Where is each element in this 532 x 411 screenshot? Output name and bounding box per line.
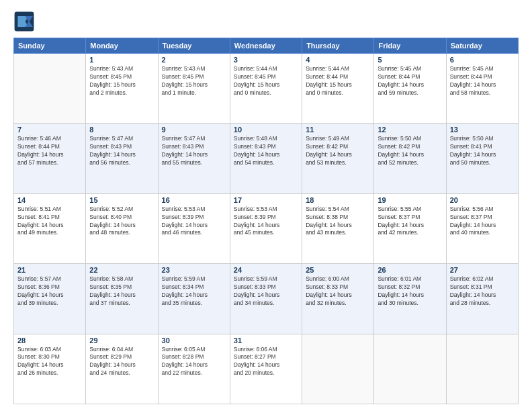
calendar-header-cell: Saturday [446, 38, 518, 54]
calendar-day-cell: 26Sunrise: 6:01 AM Sunset: 8:32 PM Dayli… [374, 264, 446, 334]
calendar-header-cell: Wednesday [230, 38, 302, 54]
day-info: Sunrise: 5:53 AM Sunset: 8:39 PM Dayligh… [162, 205, 226, 238]
calendar-day-cell: 4Sunrise: 5:44 AM Sunset: 8:44 PM Daylig… [302, 54, 374, 124]
header [13, 11, 519, 32]
calendar-day-cell: 6Sunrise: 5:45 AM Sunset: 8:44 PM Daylig… [446, 54, 518, 124]
day-number: 30 [162, 336, 226, 345]
logo [13, 11, 38, 32]
calendar-week-row: 1Sunrise: 5:43 AM Sunset: 8:45 PM Daylig… [14, 54, 519, 124]
calendar-header-cell: Sunday [14, 38, 86, 54]
day-info: Sunrise: 5:59 AM Sunset: 8:33 PM Dayligh… [234, 275, 298, 308]
calendar-day-cell: 25Sunrise: 6:00 AM Sunset: 8:33 PM Dayli… [302, 264, 374, 334]
calendar-day-cell: 16Sunrise: 5:53 AM Sunset: 8:39 PM Dayli… [158, 193, 230, 263]
day-info: Sunrise: 5:43 AM Sunset: 8:45 PM Dayligh… [162, 65, 226, 97]
day-info: Sunrise: 5:54 AM Sunset: 8:38 PM Dayligh… [306, 205, 370, 238]
calendar-day-cell: 28Sunrise: 6:03 AM Sunset: 8:30 PM Dayli… [14, 334, 86, 404]
calendar-day-cell: 22Sunrise: 5:58 AM Sunset: 8:35 PM Dayli… [86, 264, 158, 334]
day-info: Sunrise: 5:55 AM Sunset: 8:37 PM Dayligh… [378, 205, 442, 238]
day-info: Sunrise: 6:05 AM Sunset: 8:28 PM Dayligh… [162, 346, 226, 378]
day-info: Sunrise: 5:58 AM Sunset: 8:35 PM Dayligh… [89, 275, 154, 308]
day-info: Sunrise: 5:49 AM Sunset: 8:42 PM Dayligh… [306, 135, 370, 167]
day-number: 9 [162, 126, 226, 134]
day-info: Sunrise: 5:56 AM Sunset: 8:37 PM Dayligh… [450, 205, 515, 238]
calendar-day-cell: 11Sunrise: 5:49 AM Sunset: 8:42 PM Dayli… [302, 124, 374, 193]
calendar-week-row: 28Sunrise: 6:03 AM Sunset: 8:30 PM Dayli… [14, 334, 519, 404]
day-number: 7 [17, 126, 82, 134]
calendar-day-cell: 19Sunrise: 5:55 AM Sunset: 8:37 PM Dayli… [374, 193, 446, 263]
day-info: Sunrise: 5:47 AM Sunset: 8:43 PM Dayligh… [162, 135, 226, 167]
day-info: Sunrise: 5:44 AM Sunset: 8:45 PM Dayligh… [234, 65, 298, 97]
calendar-week-row: 21Sunrise: 5:57 AM Sunset: 8:36 PM Dayli… [14, 264, 519, 334]
page: SundayMondayTuesdayWednesdayThursdayFrid… [0, 0, 532, 411]
day-number: 29 [89, 336, 154, 345]
day-number: 31 [234, 336, 298, 345]
day-number: 25 [306, 266, 370, 274]
day-info: Sunrise: 5:45 AM Sunset: 8:44 PM Dayligh… [378, 65, 442, 97]
day-info: Sunrise: 5:59 AM Sunset: 8:34 PM Dayligh… [162, 275, 226, 308]
day-number: 28 [17, 336, 82, 345]
calendar-day-cell: 14Sunrise: 5:51 AM Sunset: 8:41 PM Dayli… [14, 193, 86, 263]
day-info: Sunrise: 5:43 AM Sunset: 8:45 PM Dayligh… [89, 65, 154, 97]
calendar-day-cell [374, 334, 446, 404]
day-number: 16 [162, 196, 226, 204]
calendar-day-cell: 3Sunrise: 5:44 AM Sunset: 8:45 PM Daylig… [230, 54, 302, 124]
day-number: 10 [234, 126, 298, 134]
calendar-week-row: 7Sunrise: 5:46 AM Sunset: 8:44 PM Daylig… [14, 124, 519, 193]
day-info: Sunrise: 6:03 AM Sunset: 8:30 PM Dayligh… [17, 346, 82, 378]
calendar-day-cell: 24Sunrise: 5:59 AM Sunset: 8:33 PM Dayli… [230, 264, 302, 334]
day-info: Sunrise: 6:00 AM Sunset: 8:33 PM Dayligh… [306, 275, 370, 308]
calendar-day-cell: 10Sunrise: 5:48 AM Sunset: 8:43 PM Dayli… [230, 124, 302, 193]
calendar-day-cell [446, 334, 518, 404]
calendar-header-cell: Thursday [302, 38, 374, 54]
day-info: Sunrise: 5:52 AM Sunset: 8:40 PM Dayligh… [89, 205, 154, 238]
day-number: 1 [89, 56, 154, 64]
calendar-day-cell: 13Sunrise: 5:50 AM Sunset: 8:41 PM Dayli… [446, 124, 518, 193]
calendar-day-cell [14, 54, 86, 124]
day-number: 6 [450, 56, 515, 64]
calendar-day-cell: 7Sunrise: 5:46 AM Sunset: 8:44 PM Daylig… [14, 124, 86, 193]
day-number: 12 [378, 126, 442, 134]
calendar-day-cell: 15Sunrise: 5:52 AM Sunset: 8:40 PM Dayli… [86, 193, 158, 263]
day-number: 19 [378, 196, 442, 204]
day-number: 26 [378, 266, 442, 274]
calendar-day-cell: 12Sunrise: 5:50 AM Sunset: 8:42 PM Dayli… [374, 124, 446, 193]
day-number: 13 [450, 126, 515, 134]
day-info: Sunrise: 5:44 AM Sunset: 8:44 PM Dayligh… [306, 65, 370, 97]
calendar-day-cell: 18Sunrise: 5:54 AM Sunset: 8:38 PM Dayli… [302, 193, 374, 263]
day-info: Sunrise: 6:06 AM Sunset: 8:27 PM Dayligh… [234, 346, 298, 378]
day-info: Sunrise: 5:53 AM Sunset: 8:39 PM Dayligh… [234, 205, 298, 238]
day-number: 23 [162, 266, 226, 274]
calendar-day-cell: 1Sunrise: 5:43 AM Sunset: 8:45 PM Daylig… [86, 54, 158, 124]
day-info: Sunrise: 5:50 AM Sunset: 8:42 PM Dayligh… [378, 135, 442, 167]
day-info: Sunrise: 6:01 AM Sunset: 8:32 PM Dayligh… [378, 275, 442, 308]
day-info: Sunrise: 5:45 AM Sunset: 8:44 PM Dayligh… [450, 65, 515, 97]
calendar-header-cell: Friday [374, 38, 446, 54]
day-number: 11 [306, 126, 370, 134]
calendar-header-cell: Monday [86, 38, 158, 54]
day-info: Sunrise: 5:51 AM Sunset: 8:41 PM Dayligh… [17, 205, 82, 238]
day-number: 22 [89, 266, 154, 274]
day-number: 14 [17, 196, 82, 204]
day-info: Sunrise: 5:47 AM Sunset: 8:43 PM Dayligh… [89, 135, 154, 167]
calendar-day-cell: 29Sunrise: 6:04 AM Sunset: 8:29 PM Dayli… [86, 334, 158, 404]
calendar-week-row: 14Sunrise: 5:51 AM Sunset: 8:41 PM Dayli… [14, 193, 519, 263]
day-number: 18 [306, 196, 370, 204]
day-info: Sunrise: 5:48 AM Sunset: 8:43 PM Dayligh… [234, 135, 298, 167]
day-number: 4 [306, 56, 370, 64]
day-info: Sunrise: 5:57 AM Sunset: 8:36 PM Dayligh… [17, 275, 82, 308]
calendar-day-cell: 9Sunrise: 5:47 AM Sunset: 8:43 PM Daylig… [158, 124, 230, 193]
calendar-day-cell: 5Sunrise: 5:45 AM Sunset: 8:44 PM Daylig… [374, 54, 446, 124]
calendar-day-cell: 17Sunrise: 5:53 AM Sunset: 8:39 PM Dayli… [230, 193, 302, 263]
day-info: Sunrise: 5:46 AM Sunset: 8:44 PM Dayligh… [17, 135, 82, 167]
calendar-day-cell: 8Sunrise: 5:47 AM Sunset: 8:43 PM Daylig… [86, 124, 158, 193]
day-number: 27 [450, 266, 515, 274]
day-info: Sunrise: 5:50 AM Sunset: 8:41 PM Dayligh… [450, 135, 515, 167]
day-info: Sunrise: 6:02 AM Sunset: 8:31 PM Dayligh… [450, 275, 515, 308]
calendar-day-cell: 30Sunrise: 6:05 AM Sunset: 8:28 PM Dayli… [158, 334, 230, 404]
day-number: 3 [234, 56, 298, 64]
calendar-day-cell: 27Sunrise: 6:02 AM Sunset: 8:31 PM Dayli… [446, 264, 518, 334]
calendar-table: SundayMondayTuesdayWednesdayThursdayFrid… [13, 38, 519, 404]
calendar-header-cell: Tuesday [158, 38, 230, 54]
day-number: 2 [162, 56, 226, 64]
logo-icon [13, 11, 35, 32]
